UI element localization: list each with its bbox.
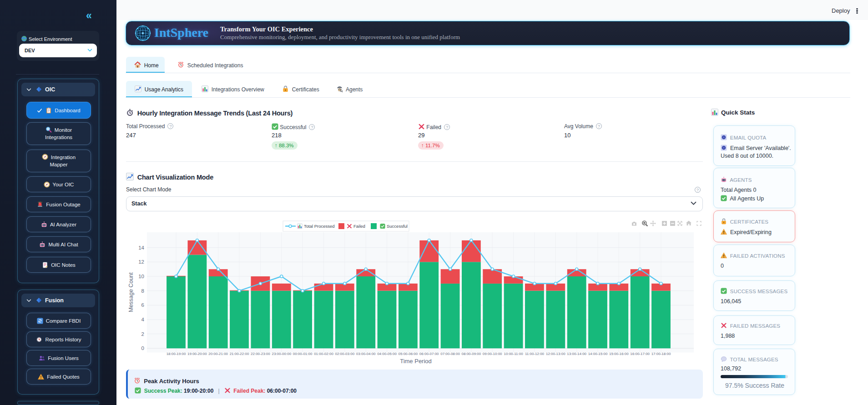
svg-text:18:00-19:00: 18:00-19:00: [167, 352, 186, 356]
svg-text:16:00-17:00: 16:00-17:00: [630, 352, 650, 356]
svg-text:14:00-15:00: 14:00-15:00: [588, 352, 608, 356]
svg-text:22:00-23:00: 22:00-23:00: [251, 352, 270, 356]
svg-text:10: 10: [138, 274, 144, 279]
svg-text:04:00-05:00: 04:00-05:00: [377, 352, 397, 356]
svg-text:11:00-12:00: 11:00-12:00: [525, 352, 545, 356]
svg-text:20:00-21:00: 20:00-21:00: [208, 352, 228, 356]
svg-text:Successful: Successful: [387, 224, 408, 229]
svg-text:0: 0: [141, 345, 144, 351]
svg-text:4: 4: [141, 317, 145, 322]
svg-text:2: 2: [141, 331, 144, 337]
svg-text:08:00-09:00: 08:00-09:00: [462, 352, 481, 356]
svg-text:01:00-02:00: 01:00-02:00: [314, 352, 333, 356]
svg-text:15:00-16:00: 15:00-16:00: [609, 352, 629, 356]
svg-text:21:00-22:00: 21:00-22:00: [230, 352, 249, 356]
svg-text:8: 8: [141, 288, 144, 294]
svg-text:12:00-13:00: 12:00-13:00: [546, 352, 565, 356]
svg-text:09:00-10:00: 09:00-10:00: [483, 352, 502, 356]
svg-text:00:00-01:00: 00:00-01:00: [293, 352, 313, 356]
svg-text:19:00-20:00: 19:00-20:00: [187, 352, 207, 356]
svg-text:02:00-03:00: 02:00-03:00: [335, 352, 354, 356]
svg-text:Message Count: Message Count: [128, 272, 134, 312]
svg-text:12: 12: [138, 259, 144, 265]
svg-text:03:00-04:00: 03:00-04:00: [356, 352, 376, 356]
svg-text:Time Period: Time Period: [400, 358, 432, 365]
svg-text:6: 6: [141, 302, 144, 308]
svg-text:23:00-00:00: 23:00-00:00: [272, 352, 291, 356]
svg-text:06:00-07:00: 06:00-07:00: [419, 352, 439, 356]
svg-text:Failed: Failed: [353, 224, 365, 229]
svg-text:14: 14: [138, 245, 144, 250]
svg-text:10:00-11:00: 10:00-11:00: [504, 352, 524, 356]
svg-text:Total Processed: Total Processed: [304, 224, 335, 229]
svg-text:07:00-08:00: 07:00-08:00: [440, 352, 460, 356]
svg-text:17:00-18:00: 17:00-18:00: [651, 352, 671, 356]
svg-text:13:00-14:00: 13:00-14:00: [567, 352, 586, 356]
svg-text:05:00-06:00: 05:00-06:00: [399, 352, 418, 356]
